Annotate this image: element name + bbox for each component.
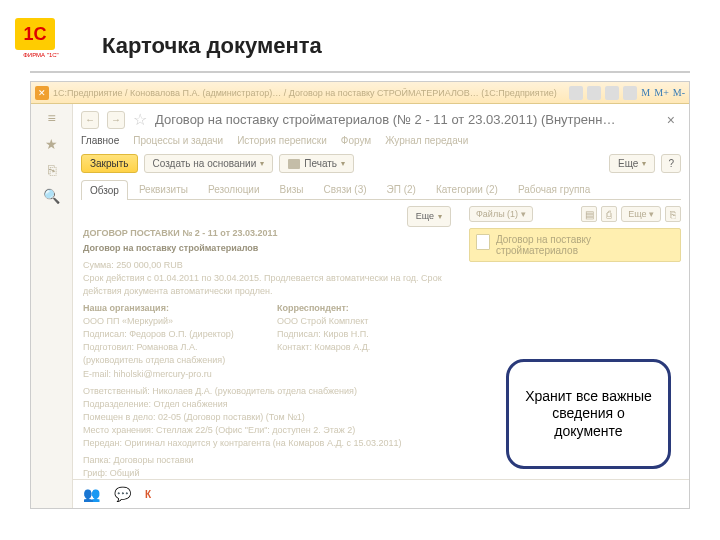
doc-responsible: Ответственный: Николаев Д.А. (руководите… [83, 385, 451, 398]
subtab-props[interactable]: Реквизиты [130, 179, 197, 199]
status-k: К [145, 489, 151, 500]
tab-history[interactable]: История переписки [237, 135, 327, 146]
doc-stamp: Гриф: Общий [83, 467, 451, 479]
logo-1c: 1С ФИРМА "1С" [15, 18, 67, 60]
toolbar-icon[interactable] [605, 86, 619, 100]
subtab-visa[interactable]: Визы [271, 179, 313, 199]
more-button[interactable]: Еще▾ [609, 154, 655, 173]
nav-back-button[interactable]: ← [81, 111, 99, 129]
corr-name: ООО Строй Комплект [277, 315, 451, 328]
attachments-panel: Файлы (1) ▾ ▤ ⎙ Еще ▾ ⎘ Договор на поста… [461, 200, 689, 479]
tab-main[interactable]: Главное [81, 135, 119, 146]
org-header: Наша организация: [83, 302, 257, 315]
document-title: Договор на поставку стройматериалов (№ 2… [155, 112, 615, 127]
attachment-name: Договор на поставку стройматериалов [496, 234, 674, 256]
tab-journal[interactable]: Журнал передачи [385, 135, 468, 146]
subtab-categories[interactable]: Категории (2) [427, 179, 507, 199]
tab-processes[interactable]: Процессы и задачи [133, 135, 223, 146]
files-more-button[interactable]: Еще ▾ [621, 206, 661, 222]
doc-number: ДОГОВОР ПОСТАВКИ № 2 - 11 от 23.03.2011 [83, 227, 451, 240]
sub-tabs: Обзор Реквизиты Резолюции Визы Связи (3)… [73, 179, 689, 199]
favorite-star-icon[interactable]: ☆ [133, 110, 147, 129]
scan-icon[interactable]: ⎘ [665, 206, 681, 222]
slide-title: Карточка документа [102, 33, 690, 59]
search-icon[interactable]: 🔍 [42, 188, 62, 204]
org-sign: Подписал: Федоров О.П. (директор) [83, 328, 257, 341]
doc-folder: Папка: Договоры поставки [83, 454, 451, 467]
users-icon[interactable]: 👥 [83, 486, 100, 502]
toolbar-icon[interactable] [623, 86, 637, 100]
chat-icon[interactable]: 💬 [114, 486, 131, 502]
toolbar-icon[interactable] [569, 86, 583, 100]
toolbar-icon[interactable] [587, 86, 601, 100]
print-icon[interactable]: ⎙ [601, 206, 617, 222]
doc-case: Помещен в дело: 02-05 (Договор поставки)… [83, 411, 451, 424]
subtab-team[interactable]: Рабочая группа [509, 179, 599, 199]
doc-name: Договор на поставку стройматериалов [83, 242, 451, 255]
toolbar: Закрыть Создать на основании▾ Печать▾ Ещ… [73, 152, 689, 179]
file-icon [476, 234, 490, 250]
app-title-bar: ✕ 1С:Предприятие / Коновалова П.А. (адми… [31, 82, 689, 104]
app-close-icon[interactable]: ✕ [35, 86, 49, 100]
subtab-resolutions[interactable]: Резолюции [199, 179, 269, 199]
close-button[interactable]: Закрыть [81, 154, 138, 173]
app-window: ✕ 1С:Предприятие / Коновалова П.А. (адми… [30, 81, 690, 509]
memory-mplus[interactable]: M+ [654, 87, 669, 98]
printer-icon [288, 159, 300, 169]
nav-forward-button[interactable]: → [107, 111, 125, 129]
title-underline [30, 71, 690, 73]
files-dropdown[interactable]: Файлы (1) ▾ [469, 206, 533, 222]
doc-store: Место хранения: Стеллаж 22/5 (Офис "Ели"… [83, 424, 451, 437]
org-name: ООО ПП «Меркурий» [83, 315, 257, 328]
org-mail: E-mail: hiholski@mercury-pro.ru [83, 368, 257, 381]
doc-dept: Подразделение: Отдел снабжения [83, 398, 451, 411]
corr-contact: Контакт: Комаров А.Д. [277, 341, 451, 354]
document-overview: Еще▾ ДОГОВОР ПОСТАВКИ № 2 - 11 от 23.03.… [73, 200, 461, 479]
tab-forum[interactable]: Форум [341, 135, 371, 146]
doc-original: Передан: Оригинал находится у контрагент… [83, 437, 451, 450]
doc-term: Срок действия с 01.04.2011 по 30.04.2015… [83, 272, 451, 298]
subtab-overview[interactable]: Обзор [81, 180, 128, 200]
help-button[interactable]: ? [661, 154, 681, 173]
memory-m[interactable]: M [641, 87, 650, 98]
org-prep: Подготовил: Романова Л.А. (руководитель … [83, 341, 257, 367]
view-icon[interactable]: ▤ [581, 206, 597, 222]
callout-bubble: Хранит все важные сведения о документе [506, 359, 671, 469]
window-path: 1С:Предприятие / Коновалова П.А. (админи… [53, 88, 565, 98]
tab-close-icon[interactable]: × [667, 112, 681, 128]
corr-sign: Подписал: Киров Н.П. [277, 328, 451, 341]
subtab-links[interactable]: Связи (3) [315, 179, 376, 199]
doc-footer: 👥 💬 К [73, 479, 689, 508]
corr-header: Корреспондент: [277, 302, 451, 315]
star-icon[interactable]: ★ [42, 136, 62, 152]
memory-mminus[interactable]: M- [673, 87, 685, 98]
create-based-on-button[interactable]: Создать на основании▾ [144, 154, 274, 173]
attachment-item[interactable]: Договор на поставку стройматериалов [469, 228, 681, 262]
menu-icon[interactable]: ≡ [42, 110, 62, 126]
main-tabs: Главное Процессы и задачи История перепи… [73, 131, 689, 152]
subtab-ep[interactable]: ЭП (2) [378, 179, 425, 199]
left-nav-rail: ≡ ★ ⎘ 🔍 [31, 104, 73, 508]
copy-icon[interactable]: ⎘ [42, 162, 62, 178]
doc-sum: Сумма: 250 000,00 RUB [83, 259, 451, 272]
print-button[interactable]: Печать▾ [279, 154, 354, 173]
right-more-button[interactable]: Еще▾ [407, 206, 451, 227]
